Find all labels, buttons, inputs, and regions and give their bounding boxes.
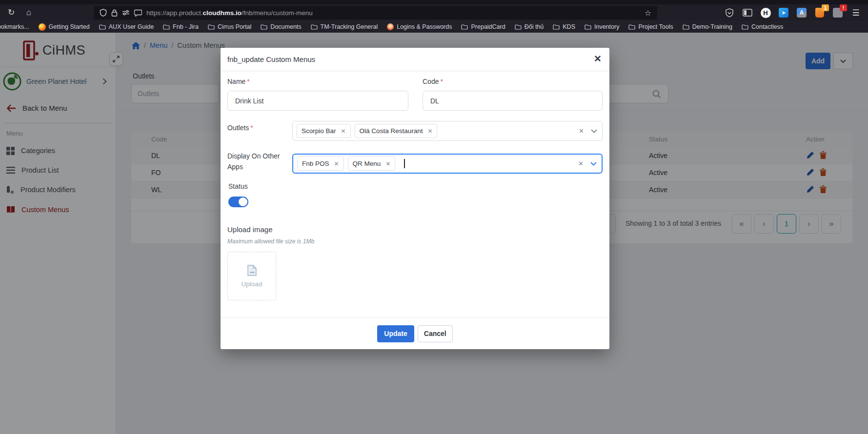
folder-icon xyxy=(163,24,170,30)
wallet-extension-icon[interactable]: 1 xyxy=(814,7,825,18)
code-field[interactable] xyxy=(423,91,603,111)
chip-label: QR Menu xyxy=(353,160,381,167)
h-extension-icon[interactable]: H xyxy=(760,7,771,18)
clear-select-icon[interactable]: ✕ xyxy=(579,127,584,135)
bookmark-folder[interactable]: Contactless xyxy=(742,23,783,30)
outlets-label: Outlets* xyxy=(227,124,253,132)
bookmark-folder[interactable]: Inventory xyxy=(585,23,619,30)
bookmark-item[interactable]: ookmarks... xyxy=(0,23,29,30)
cancel-button[interactable]: Cancel xyxy=(418,325,453,342)
app-menu-icon[interactable]: ☰ xyxy=(850,7,861,18)
chip-remove-icon[interactable]: ✕ xyxy=(427,128,432,135)
chip-label: Fnb POS xyxy=(302,160,329,167)
name-label: Name* xyxy=(227,78,250,85)
upload-image-title: Upload image xyxy=(227,225,273,234)
bookmark-folder[interactable]: Đối thủ xyxy=(515,23,544,30)
outlet-chip: Scorpio Bar✕ xyxy=(297,124,351,138)
notification-bubble-icon[interactable] xyxy=(134,9,142,17)
folder-icon xyxy=(461,24,468,30)
file-image-icon xyxy=(247,265,257,276)
required-mark: * xyxy=(440,78,443,85)
page-url: https://app.product.cloudhms.io/fnb/menu… xyxy=(146,9,313,17)
upload-dropzone[interactable]: Upload xyxy=(227,252,276,300)
name-field[interactable] xyxy=(227,91,408,111)
bookmark-folder[interactable]: KDS xyxy=(553,23,575,30)
folder-icon xyxy=(683,24,689,30)
chip-label: Olá Costa Restaurant xyxy=(360,127,423,135)
pocket-shield-icon[interactable] xyxy=(724,7,735,18)
modal-header: fnb_update Custom Menus ✕ xyxy=(221,48,609,71)
translate-extension-icon[interactable]: A xyxy=(796,7,807,18)
folder-icon xyxy=(585,24,591,30)
chip-label: Scorpio Bar xyxy=(302,127,336,135)
tracking-shield-icon[interactable] xyxy=(100,9,107,17)
folder-icon xyxy=(208,24,215,30)
password-manager-icon xyxy=(387,23,394,30)
bookmark-folder[interactable]: Demo-Training xyxy=(683,23,732,30)
bookmark-folder[interactable]: Project Tools xyxy=(628,23,673,30)
folder-icon xyxy=(99,24,106,30)
app-viewport: CiHMS Green Planet Hotel Back to Menu Me… xyxy=(0,33,868,434)
alert-extension-icon[interactable]: ! xyxy=(832,7,843,18)
bookmark-folder[interactable]: PrepaidCard xyxy=(461,23,505,30)
permissions-sliders-icon[interactable] xyxy=(122,10,130,16)
bookmark-star-icon[interactable]: ☆ xyxy=(645,8,651,18)
bookmark-item[interactable]: Getting Started xyxy=(39,23,90,31)
app-chip: QR Menu✕ xyxy=(348,157,396,171)
clear-select-icon[interactable]: ✕ xyxy=(578,160,584,167)
text-cursor xyxy=(404,159,405,168)
required-mark: * xyxy=(250,124,253,132)
status-label: Status xyxy=(228,182,248,190)
chip-remove-icon[interactable]: ✕ xyxy=(334,160,339,167)
bookmark-item[interactable]: Logins & Passwords xyxy=(387,23,452,30)
alert-badge: ! xyxy=(840,4,847,11)
bookmarks-bar: ookmarks... Getting Started AUX User Gui… xyxy=(0,21,868,33)
browser-toolbar: ↻ ⌂ https://app.product.cloudhms.io/fnb/… xyxy=(0,4,868,21)
firefox-icon xyxy=(39,23,46,31)
bookmark-folder[interactable]: Documents xyxy=(261,23,301,30)
lock-icon[interactable] xyxy=(111,9,118,17)
upload-button-label: Upload xyxy=(242,280,262,288)
code-label: Code* xyxy=(423,78,443,85)
folder-icon xyxy=(261,24,267,30)
modal-footer: Update Cancel xyxy=(221,317,609,349)
outlet-chip: Olá Costa Restaurant✕ xyxy=(355,124,438,138)
chip-remove-icon[interactable]: ✕ xyxy=(341,128,346,135)
wallet-badge: 1 xyxy=(822,4,829,11)
folder-icon xyxy=(742,24,748,30)
folder-icon xyxy=(628,24,635,30)
required-mark: * xyxy=(247,78,249,85)
url-bar[interactable]: https://app.product.cloudhms.io/fnb/menu… xyxy=(94,6,657,20)
upload-hint: Maximum allowed file size is 1Mb xyxy=(227,238,314,245)
bookmark-folder[interactable]: TM-Tracking General xyxy=(311,23,378,30)
home-icon[interactable]: ⌂ xyxy=(21,6,36,20)
folder-icon xyxy=(515,24,522,30)
display-apps-multiselect[interactable]: Fnb POS✕ QR Menu✕ ✕ xyxy=(292,154,603,174)
update-button[interactable]: Update xyxy=(377,325,414,342)
bookmark-folder[interactable]: Fnb - Jira xyxy=(163,23,199,30)
sidebar-toggle-icon[interactable] xyxy=(742,7,753,18)
reload-icon[interactable]: ↻ xyxy=(4,6,19,20)
chip-remove-icon[interactable]: ✕ xyxy=(385,160,390,167)
app-chip: Fnb POS✕ xyxy=(297,157,344,171)
bookmark-folder[interactable]: Cirrus Portal xyxy=(208,23,251,30)
update-custom-menus-modal: fnb_update Custom Menus ✕ Name* Code* Ou… xyxy=(221,48,609,349)
display-apps-label: Display On Other Apps xyxy=(227,151,285,172)
folder-icon xyxy=(553,24,560,30)
chevron-down-icon[interactable] xyxy=(591,129,597,133)
folder-icon xyxy=(311,24,318,30)
bookmark-folder[interactable]: AUX User Guide xyxy=(99,23,154,30)
deepl-extension-icon[interactable]: ➤ xyxy=(778,7,789,18)
window-titlebar xyxy=(0,0,868,4)
status-toggle[interactable] xyxy=(228,197,248,207)
close-icon[interactable]: ✕ xyxy=(594,53,602,64)
outlets-multiselect[interactable]: Scorpio Bar✕ Olá Costa Restaurant✕ ✕ xyxy=(292,121,603,141)
modal-title: fnb_update Custom Menus xyxy=(227,48,315,71)
chevron-down-icon[interactable] xyxy=(590,162,597,166)
